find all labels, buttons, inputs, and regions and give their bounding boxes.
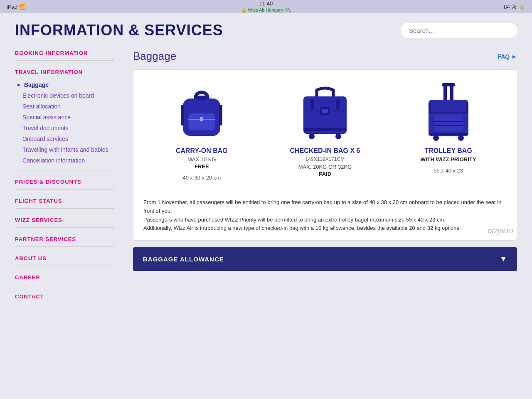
- trolley-dims: 55 x 40 x 23: [433, 167, 463, 174]
- content-area: Baggage FAQ ►: [129, 46, 532, 378]
- sidebar-item-special[interactable]: Special assistance: [15, 112, 114, 123]
- faq-arrow-icon: ►: [511, 53, 517, 60]
- battery-percent: 84 %: [504, 4, 516, 10]
- svg-rect-25: [466, 103, 468, 111]
- baggage-cards: CARRY-ON BAG MAX 10 KG FREE 40 x 30 x 20…: [133, 69, 517, 191]
- svg-point-27: [433, 135, 439, 141]
- content-title-row: Baggage FAQ ►: [133, 50, 517, 63]
- svg-rect-21: [434, 115, 463, 131]
- info-text: From 1 November, all passengers will be …: [143, 198, 507, 233]
- info-text-box: From 1 November, all passengers will be …: [133, 191, 517, 241]
- svg-rect-24: [429, 103, 431, 111]
- svg-point-28: [458, 135, 464, 141]
- battery-icon: 🔋: [519, 4, 525, 10]
- faq-link[interactable]: FAQ ►: [498, 53, 517, 60]
- page-title: INFORMATION & SERVICES: [15, 22, 223, 39]
- svg-rect-3: [200, 117, 203, 121]
- sidebar-item-onboard[interactable]: Onboard services: [15, 133, 114, 144]
- main-layout: BOOKING INFORMATION TRAVEL INFORMATION ►…: [0, 46, 532, 378]
- svg-rect-10: [322, 109, 328, 113]
- checked-in-detail1: MAX. 20KG OR 32KG: [298, 164, 352, 170]
- checked-in-detail2: PAID: [319, 171, 331, 177]
- content-title: Baggage: [133, 50, 176, 63]
- sidebar-item-wizz-services[interactable]: WIZZ SERVICES: [15, 217, 114, 223]
- sidebar: BOOKING INFORMATION TRAVEL INFORMATION ►…: [0, 46, 129, 378]
- svg-point-15: [335, 133, 341, 139]
- svg-rect-5: [219, 105, 222, 126]
- carry-on-bag-icon: [172, 80, 231, 142]
- sidebar-item-label: Baggage: [24, 81, 49, 88]
- trolley-card: TROLLEY BAG WITH WIZZ PRIORITY 55 x 40 x…: [393, 80, 504, 174]
- arrow-icon: ►: [17, 82, 22, 88]
- sidebar-item-seat[interactable]: Seat allocation: [15, 101, 114, 112]
- sidebar-item-partner-services[interactable]: PARTNER SERVICES: [15, 236, 114, 242]
- sidebar-item-cancellation[interactable]: Cancellation information: [15, 155, 114, 166]
- sidebar-item-baggage[interactable]: ► Baggage: [15, 79, 114, 90]
- sidebar-section-travel: TRAVEL INFORMATION: [15, 69, 114, 75]
- header: INFORMATION & SERVICES: [0, 13, 532, 46]
- faq-label: FAQ: [498, 53, 510, 60]
- carry-on-title: CARRY-ON BAG: [176, 147, 228, 155]
- sidebar-item-about[interactable]: ABOUT US: [15, 255, 114, 261]
- status-center: 11:40 🔒 Wizz Air Hungary Kft.: [241, 0, 291, 13]
- carry-on-card: CARRY-ON BAG MAX 10 KG FREE 40 x 30 x 20…: [146, 80, 257, 181]
- checked-in-card: CHECKED-IN BAG X 6 149X119X171CM MAX. 20…: [269, 80, 380, 179]
- svg-rect-13: [303, 128, 347, 131]
- svg-point-14: [309, 133, 315, 139]
- sidebar-item-travel-docs[interactable]: Travel documents: [15, 123, 114, 133]
- checked-in-subtitle: 149X119X171CM: [305, 156, 345, 162]
- sidebar-item-prices[interactable]: PRICES & DISCOUNTS: [15, 179, 114, 185]
- svg-rect-26: [429, 133, 468, 135]
- svg-rect-1: [188, 113, 215, 131]
- svg-rect-6: [196, 96, 207, 100]
- carry-on-dims: 40 x 30 x 20 cm: [182, 175, 221, 181]
- checked-in-title: CHECKED-IN BAG X 6: [290, 147, 360, 155]
- svg-rect-11: [310, 99, 314, 109]
- svg-rect-18: [442, 83, 455, 86]
- trolley-title: TROLLEY BAG: [424, 147, 472, 155]
- search-input[interactable]: [401, 23, 517, 38]
- sidebar-item-flight-status[interactable]: FLIGHT STATUS: [15, 198, 114, 204]
- status-right: 84 % 🔋: [504, 4, 525, 10]
- status-bar: iPad 📶 11:40 🔒 Wizz Air Hungary Kft. 84 …: [0, 0, 532, 13]
- trolley-detail2: WITH WIZZ PRIORITY: [421, 156, 476, 163]
- sidebar-item-career[interactable]: CAREER: [15, 274, 114, 281]
- carry-on-detail1: MAX 10 KG: [187, 156, 216, 163]
- status-time: 11:40: [259, 0, 273, 7]
- svg-rect-4: [181, 105, 184, 126]
- status-left: iPad 📶: [7, 4, 26, 10]
- sidebar-item-booking[interactable]: BOOKING INFORMATION: [15, 50, 114, 56]
- baggage-allowance-arrow-icon: ▼: [500, 255, 507, 264]
- trolley-bag-icon: [419, 80, 478, 142]
- sidebar-item-infants[interactable]: Travelling with infants and babies: [15, 144, 114, 155]
- baggage-allowance-bar[interactable]: BAGGAGE ALLOWANCE ▼: [133, 247, 517, 271]
- carry-on-detail2: FREE: [195, 163, 209, 170]
- checked-in-bag-icon: [296, 80, 354, 142]
- sidebar-item-electronic[interactable]: Electronic devices on board: [15, 90, 114, 101]
- sidebar-item-contact[interactable]: CONTACT: [15, 293, 114, 300]
- status-secure: 🔒 Wizz Air Hungary Kft.: [241, 7, 291, 12]
- baggage-allowance-label: BAGGAGE ALLOWANCE: [143, 256, 224, 263]
- svg-rect-12: [336, 99, 340, 109]
